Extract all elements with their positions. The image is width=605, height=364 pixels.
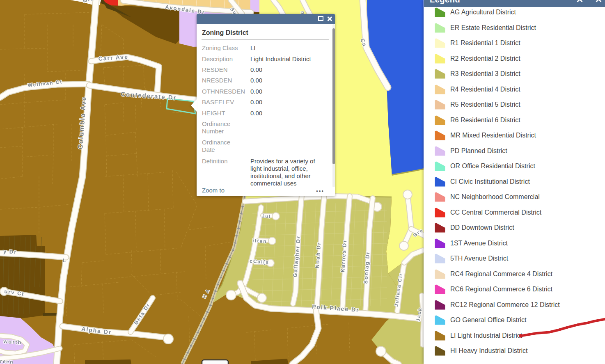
svg-text:Jul: Jul — [262, 213, 271, 219]
svg-text:ittan: ittan — [252, 238, 267, 244]
svg-text:y Dr: y Dr — [3, 248, 17, 255]
svg-text:L: L — [63, 258, 66, 263]
svg-text:reen: reen — [0, 358, 14, 364]
